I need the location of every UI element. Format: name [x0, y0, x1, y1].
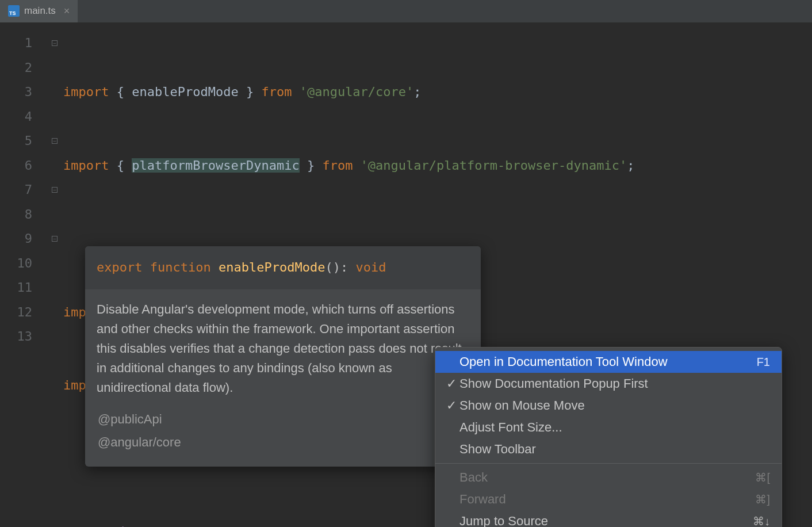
code-line: import { enableProdMode } from '@angular… — [63, 80, 812, 105]
doc-description: Disable Angular's development mode, whic… — [85, 289, 481, 408]
line-number: 4 — [0, 105, 32, 129]
menu-label: Show Toolbar — [459, 437, 770, 462]
check-icon: ✓ — [443, 372, 459, 396]
menu-label: Forward — [459, 487, 755, 512]
file-tab-main-ts[interactable]: main.ts × — [0, 0, 78, 22]
menu-label: Adjust Font Size... — [459, 415, 770, 440]
doc-sig-type: void — [355, 260, 386, 274]
menu-label: Jump to Source — [459, 509, 753, 527]
menu-shortcut: ⌘[ — [755, 465, 770, 490]
menu-show-on-mouse-move[interactable]: ✓ Show on Mouse Move — [435, 395, 782, 417]
line-number: 5 — [0, 129, 32, 154]
line-number: 9 — [0, 227, 32, 251]
code-line: import { platformBrowserDynamic } from '… — [63, 154, 812, 178]
doc-tag: @publicApi — [98, 408, 468, 431]
doc-sig-keyword: function — [150, 260, 211, 274]
documentation-popup[interactable]: export function enableProdMode(): void D… — [85, 246, 481, 467]
line-number: 12 — [0, 300, 32, 325]
line-number: 6 — [0, 154, 32, 178]
line-number: 3 — [0, 80, 32, 105]
close-icon[interactable]: × — [64, 5, 70, 17]
menu-open-doc-tool-window[interactable]: Open in Documentation Tool Window F1 — [435, 351, 782, 373]
doc-module: @angular/core — [98, 431, 468, 454]
context-menu: Open in Documentation Tool Window F1 ✓ S… — [435, 347, 782, 527]
fold-gutter: − − − − — [46, 23, 63, 527]
menu-shortcut: ⌘] — [755, 487, 770, 512]
line-number: 2 — [0, 56, 32, 81]
ts-file-icon — [8, 5, 20, 17]
menu-separator — [435, 463, 782, 464]
doc-meta: @publicApi @angular/core — [85, 408, 481, 467]
menu-shortcut: ⌘↓ — [753, 509, 770, 527]
menu-adjust-font-size[interactable]: Adjust Font Size... — [435, 417, 782, 438]
menu-show-toolbar[interactable]: Show Toolbar — [435, 438, 782, 460]
menu-shortcut: F1 — [757, 350, 770, 375]
doc-signature: export function enableProdMode(): void — [85, 246, 481, 289]
line-number: 13 — [0, 324, 32, 349]
menu-show-doc-popup-first[interactable]: ✓ Show Documentation Popup First — [435, 373, 782, 395]
line-number: 10 — [0, 251, 32, 276]
tab-filename: main.ts — [24, 5, 56, 17]
doc-sig-name: enableProdMode — [219, 260, 325, 274]
fold-marker[interactable]: − — [46, 129, 63, 154]
tab-bar: main.ts × — [0, 0, 812, 23]
line-number-gutter: 1 2 3 4 5 6 7 8 9 10 11 12 13 — [0, 23, 46, 527]
menu-forward: Forward ⌘] — [435, 488, 782, 510]
code-editor[interactable]: 1 2 3 4 5 6 7 8 9 10 11 12 13 − − − − im… — [0, 23, 812, 527]
line-number: 1 — [0, 31, 32, 56]
doc-sig-paren: (): — [325, 260, 348, 274]
menu-jump-to-source[interactable]: Jump to Source ⌘↓ — [435, 510, 782, 527]
menu-label: Back — [459, 465, 755, 490]
fold-marker[interactable]: − — [46, 178, 63, 203]
menu-label: Show on Mouse Move — [459, 394, 770, 418]
menu-label: Show Documentation Popup First — [459, 372, 770, 396]
line-number: 8 — [0, 203, 32, 227]
line-number: 11 — [0, 276, 32, 300]
menu-label: Open in Documentation Tool Window — [459, 350, 757, 375]
line-number: 7 — [0, 178, 32, 203]
doc-sig-keyword: export — [97, 260, 142, 274]
fold-marker[interactable]: − — [46, 227, 63, 251]
check-icon: ✓ — [443, 394, 459, 418]
fold-marker[interactable]: − — [46, 31, 63, 56]
menu-back: Back ⌘[ — [435, 467, 782, 488]
